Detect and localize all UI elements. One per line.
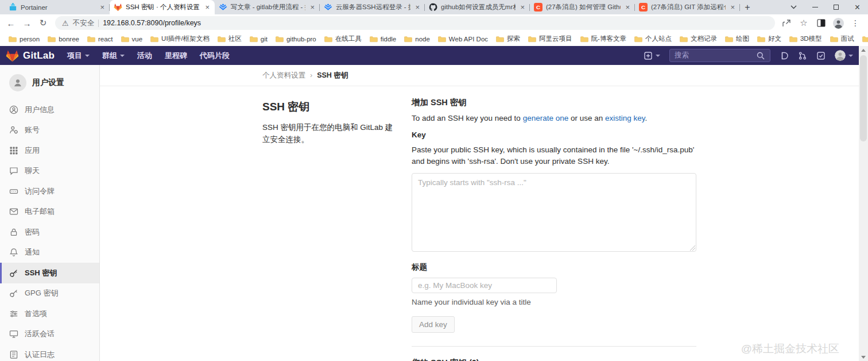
- sidebar-item[interactable]: SSH 密钥: [0, 263, 99, 283]
- bookmark-item[interactable]: docker疑难: [858, 33, 868, 44]
- user-menu[interactable]: [835, 50, 853, 61]
- bookmark-item[interactable]: 探索: [492, 33, 524, 44]
- sidebar-item[interactable]: 应用: [0, 140, 99, 161]
- generate-one-link[interactable]: generate one: [523, 114, 569, 122]
- navbar-menu-item[interactable]: 项目: [67, 51, 90, 61]
- bookmark-item[interactable]: vue: [117, 34, 147, 44]
- bookmark-item[interactable]: 社区: [214, 33, 246, 44]
- omnibox-separator: [98, 20, 99, 27]
- add-key-button[interactable]: Add key: [412, 316, 455, 333]
- browser-tab[interactable]: github如何设置成员无mr权限_ ×: [425, 0, 530, 14]
- bookmark-item[interactable]: 面试: [826, 33, 858, 44]
- forward-button[interactable]: →: [20, 16, 34, 30]
- browser-tab[interactable]: 写文章 - gitlab使用流程 - 掘金 ×: [215, 0, 320, 14]
- breadcrumb-parent[interactable]: 个人资料设置: [262, 71, 305, 80]
- tab-close-icon[interactable]: ×: [624, 3, 631, 11]
- tab-close-icon[interactable]: ×: [309, 3, 316, 11]
- bookmark-item[interactable]: bonree: [44, 34, 83, 44]
- bookmark-item[interactable]: UI插件/框架文档: [146, 33, 214, 44]
- new-tab-button[interactable]: +: [740, 0, 755, 14]
- url-text[interactable]: 192.168.0.57:8090/profile/keys: [103, 19, 201, 27]
- page-scrollbar[interactable]: [859, 46, 868, 361]
- key-title-input[interactable]: [412, 278, 557, 293]
- browser-tab[interactable]: C (27条消息) GIT 添加远程仓库的 ×: [635, 0, 740, 14]
- browser-tab[interactable]: C (27条消息) 如何管理 Github 组 ×: [530, 0, 635, 14]
- bookmark-item[interactable]: Web API Doc: [434, 34, 492, 44]
- ssh-key-textarea[interactable]: [412, 173, 696, 252]
- tab-close-icon[interactable]: ×: [729, 3, 736, 11]
- minimize-button[interactable]: [804, 0, 826, 14]
- back-button[interactable]: ←: [3, 16, 18, 30]
- scroll-down-icon[interactable]: [859, 353, 868, 361]
- sidebar-item[interactable]: 通知: [0, 243, 99, 263]
- issues-icon[interactable]: [780, 51, 789, 60]
- sidebar-item[interactable]: 聊天: [0, 161, 99, 182]
- section-divider: [412, 346, 696, 347]
- maximize-button[interactable]: [826, 0, 847, 14]
- navbar-menu-item[interactable]: 群组: [102, 51, 125, 61]
- sidebar-title: 用户设置: [32, 78, 64, 88]
- folder-icon: [862, 35, 868, 43]
- side-panel-icon[interactable]: [814, 16, 828, 30]
- existing-key-link[interactable]: existing key: [605, 114, 645, 122]
- todos-icon[interactable]: [816, 51, 826, 60]
- navbar-menu-item[interactable]: 代码片段: [200, 51, 230, 61]
- bookmark-item[interactable]: 好文: [753, 33, 785, 44]
- bookmark-item[interactable]: 文档记录: [676, 33, 721, 44]
- bookmark-item[interactable]: node: [400, 34, 434, 44]
- sidebar-item[interactable]: 用户信息: [0, 99, 99, 120]
- new-menu-button[interactable]: [644, 51, 660, 60]
- brand-name[interactable]: GitLab: [23, 50, 55, 62]
- security-label[interactable]: 不安全: [73, 18, 95, 28]
- bookmark-item[interactable]: 在线工具: [320, 33, 366, 44]
- close-window-button[interactable]: ×: [847, 0, 868, 14]
- bookmark-item[interactable]: 绘图: [721, 33, 753, 44]
- bookmark-item[interactable]: 3D模型: [785, 33, 826, 44]
- sidebar-item[interactable]: 电子邮箱: [0, 202, 99, 222]
- bookmark-item[interactable]: git: [246, 34, 272, 44]
- navbar-right: 搜索: [644, 49, 853, 62]
- folder-icon: [634, 35, 642, 43]
- sidebar-item[interactable]: 账号: [0, 120, 99, 141]
- scrollbar-thumb[interactable]: [860, 55, 867, 141]
- bookmark-star-icon[interactable]: ☆: [797, 16, 811, 30]
- tab-close-icon[interactable]: ×: [414, 3, 421, 11]
- tab-search-chevron-icon[interactable]: [783, 0, 804, 14]
- folder-icon: [404, 35, 412, 43]
- sidebar-item[interactable]: 活跃会话: [0, 324, 99, 345]
- tab-close-icon[interactable]: ×: [99, 3, 106, 11]
- browser-tab[interactable]: SSH 密钥 · 个人资料设置 · GitLab ×: [110, 0, 215, 14]
- bookmark-item[interactable]: react: [83, 34, 117, 44]
- browser-tab[interactable]: Portainer ×: [5, 0, 110, 14]
- sidebar-item[interactable]: 访问令牌: [0, 181, 99, 202]
- bookmark-item[interactable]: 阮-博客文章: [576, 33, 630, 44]
- bookmark-item[interactable]: fiddle: [366, 34, 401, 44]
- bookmark-item[interactable]: person: [5, 34, 44, 44]
- bookmark-item[interactable]: github-pro: [272, 34, 320, 44]
- bookmark-item[interactable]: 个人站点: [630, 33, 676, 44]
- form-help-text: To add an SSH key you need to generate o…: [412, 114, 696, 122]
- browser-toolbar: ← → ↻ ⚠ 不安全 192.168.0.57:8090/profile/ke…: [0, 14, 868, 32]
- bookmark-item[interactable]: 阿里云项目: [524, 33, 576, 44]
- juejin-icon: [324, 3, 332, 11]
- chat-icon: [9, 166, 18, 175]
- browser-menu-icon[interactable]: ⋮: [848, 16, 862, 30]
- sidebar-item[interactable]: GPG 密钥: [0, 283, 99, 304]
- scroll-up-icon[interactable]: [859, 46, 868, 54]
- address-bar[interactable]: ⚠ 不安全 192.168.0.57:8090/profile/keys: [55, 16, 775, 30]
- toolbar-icons: ☆ ⋮: [780, 16, 865, 30]
- share-icon[interactable]: [780, 16, 793, 30]
- browser-tab[interactable]: 云服务器SSH远程登录 - 掘金 ×: [320, 0, 425, 14]
- tab-close-icon[interactable]: ×: [204, 3, 211, 11]
- navbar-menu-item[interactable]: 里程碑: [165, 51, 187, 61]
- profile-avatar[interactable]: [831, 16, 845, 30]
- gitlab-logo[interactable]: GitLab: [6, 49, 55, 62]
- sidebar-item[interactable]: 密码: [0, 222, 99, 243]
- reload-button[interactable]: ↻: [36, 16, 51, 30]
- sidebar-item[interactable]: 首选项: [0, 304, 99, 324]
- merge-requests-icon[interactable]: [798, 51, 807, 60]
- tab-close-icon[interactable]: ×: [519, 3, 526, 11]
- navbar-menu-item[interactable]: 活动: [137, 51, 152, 61]
- navbar-search-input[interactable]: 搜索: [669, 49, 770, 62]
- sidebar-item[interactable]: 认证日志: [0, 344, 99, 361]
